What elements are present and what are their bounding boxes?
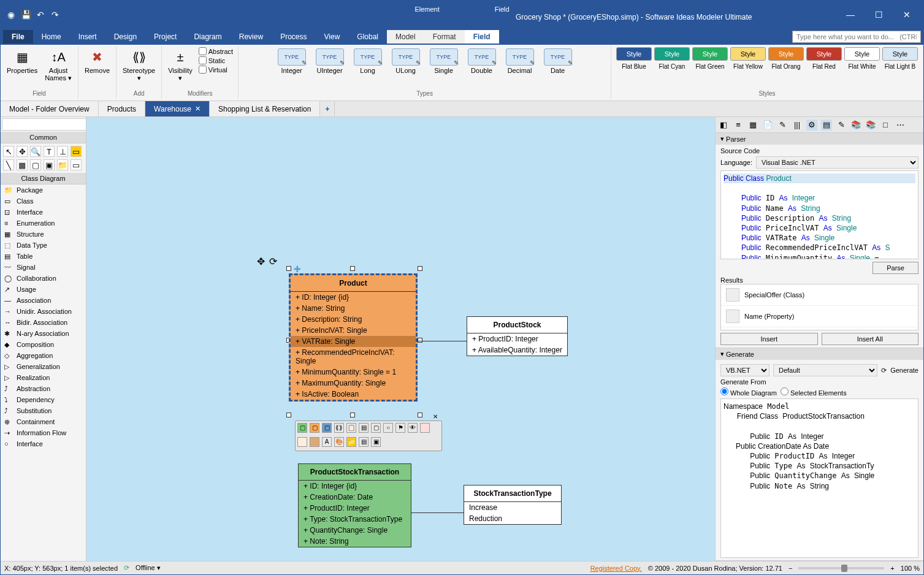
- rt-icon[interactable]: ▦: [747, 120, 758, 131]
- tab-shopping[interactable]: Shopping List & Reservation: [210, 101, 320, 116]
- attr[interactable]: + AvailableQuantity: Integer: [467, 345, 567, 356]
- toolbox-item[interactable]: ⊡Interface: [1, 207, 86, 218]
- toolbox-item[interactable]: ▤Table: [1, 251, 86, 262]
- connector-icon[interactable]: ⊥: [57, 146, 68, 157]
- zoom-level[interactable]: 100 %: [901, 565, 920, 572]
- attr[interactable]: + ProductID: Integer: [299, 503, 411, 514]
- menu-file[interactable]: File: [3, 30, 33, 44]
- type-uinteger[interactable]: TYPEUInteger: [313, 47, 346, 75]
- rt-icon[interactable]: ≡: [733, 120, 744, 131]
- toolbox-item[interactable]: ▦Structure: [1, 229, 86, 240]
- menu-format[interactable]: Format: [424, 30, 465, 44]
- toolbox-item[interactable]: ▭Class: [1, 196, 86, 207]
- tab-products[interactable]: Products: [99, 101, 145, 116]
- ft-icon[interactable]: ▤: [359, 437, 368, 447]
- toolbox-item[interactable]: —Association: [1, 295, 86, 306]
- insert-all-button[interactable]: Insert All: [822, 333, 919, 345]
- gen-language-select[interactable]: VB.NET: [720, 364, 769, 376]
- ft-icon[interactable]: 🎨: [334, 437, 344, 447]
- result-item[interactable]: Name (Property): [721, 306, 918, 327]
- rotate-handle-icon[interactable]: ⟳: [269, 256, 277, 267]
- toolbox-search-input[interactable]: [2, 118, 86, 131]
- selected-elements-radio[interactable]: Selected Elements: [781, 387, 847, 397]
- generate-button[interactable]: Generate: [890, 367, 918, 374]
- sync-icon[interactable]: ⟳: [124, 564, 129, 572]
- rt-icon[interactable]: 📚: [865, 120, 876, 131]
- ft-color[interactable]: [310, 437, 319, 447]
- properties-button[interactable]: ▦ Properties: [6, 47, 39, 75]
- attr[interactable]: + MaximumQuantity: Single: [291, 378, 416, 389]
- attr[interactable]: + IsActive: Boolean: [291, 389, 416, 400]
- menu-global[interactable]: Global: [348, 30, 387, 44]
- toolbox-item[interactable]: ↗Usage: [1, 284, 86, 295]
- attr[interactable]: + RecommendedPriceInclVAT: Single: [291, 347, 416, 367]
- adjust-names-button[interactable]: ↕A Adjust Names ▾: [44, 47, 73, 83]
- toolbox-item[interactable]: ◇Aggregation: [1, 350, 86, 361]
- frame-icon[interactable]: ▭: [71, 159, 82, 170]
- menu-review[interactable]: Review: [231, 30, 272, 44]
- type-integer[interactable]: TYPEInteger: [275, 47, 308, 75]
- rt-icon[interactable]: ✎: [836, 120, 847, 131]
- attr[interactable]: + Description: String: [291, 314, 416, 325]
- attr[interactable]: + ID: Integer {id}: [291, 292, 416, 303]
- toolbox-item[interactable]: ⤴Substitution: [1, 405, 86, 416]
- close-button[interactable]: ✕: [893, 6, 921, 24]
- menu-process[interactable]: Process: [272, 30, 315, 44]
- refresh-icon[interactable]: ⟳: [881, 367, 887, 375]
- toolbox-item[interactable]: ▷Generalization: [1, 361, 86, 372]
- minimize-button[interactable]: —: [836, 6, 865, 24]
- move-icon[interactable]: ✥: [17, 146, 28, 157]
- static-checkbox[interactable]: Static: [199, 56, 233, 64]
- close-icon[interactable]: ✕: [195, 105, 200, 113]
- ft-icon[interactable]: ▢: [297, 423, 307, 433]
- toolbox-item[interactable]: 〰Signal: [1, 262, 86, 273]
- parser-source-code[interactable]: Public Class Product Public ID As Intege…: [720, 170, 918, 259]
- rt-icon[interactable]: ⋯: [895, 120, 906, 131]
- remove-button[interactable]: ✖ Remove: [83, 47, 111, 75]
- type-ulong[interactable]: TYPEULong: [389, 47, 422, 75]
- add-handle-icon[interactable]: ✥: [257, 256, 265, 267]
- ft-icon[interactable]: ▢: [322, 423, 332, 433]
- style-flat-orange[interactable]: Style: [768, 47, 804, 61]
- folder-tool-icon[interactable]: 📁: [57, 159, 68, 170]
- zoom-slider[interactable]: [798, 567, 884, 569]
- toolbox-item[interactable]: ◯Collaboration: [1, 273, 86, 284]
- collapse-icon[interactable]: ▾: [720, 350, 724, 358]
- uml-class-product[interactable]: Product + ID: Integer {id} + Name: Strin…: [289, 273, 418, 402]
- style-flat-white[interactable]: Style: [844, 47, 880, 61]
- uml-enum-transaction-type[interactable]: StockTransactionType Increase Reduction: [464, 485, 562, 525]
- rt-icon[interactable]: □: [880, 120, 891, 131]
- type-date[interactable]: TYPEDate: [541, 47, 575, 75]
- grid-icon[interactable]: ▦: [17, 159, 28, 170]
- attr[interactable]: + Type: StockTransactionType: [299, 514, 411, 525]
- rt-icon[interactable]: ✎: [777, 120, 788, 131]
- offline-status[interactable]: Offline ▾: [136, 564, 161, 572]
- type-decimal[interactable]: TYPEDecimal: [503, 47, 536, 75]
- box-icon[interactable]: ▢: [30, 159, 41, 170]
- style-flat-yellow[interactable]: Style: [730, 47, 766, 61]
- attr-selected[interactable]: + VATRate: Single: [291, 336, 416, 347]
- rect-icon[interactable]: ▭: [71, 146, 82, 157]
- whole-diagram-radio[interactable]: Whole Diagram: [720, 387, 777, 397]
- ft-icon[interactable]: ▢: [371, 423, 381, 433]
- maximize-button[interactable]: ☐: [865, 6, 893, 24]
- toolbox-item[interactable]: ≡Enumeration: [1, 218, 86, 229]
- result-item[interactable]: SpecialOffer (Class): [721, 284, 918, 306]
- stereotype-button[interactable]: ⟪⟫ Stereotype ▾: [121, 47, 156, 83]
- rt-icon[interactable]: ▤: [821, 120, 832, 131]
- toolbox-item[interactable]: 📁Package: [1, 185, 86, 196]
- generated-code[interactable]: Namespace Model Friend Class ProductStoc…: [720, 398, 918, 558]
- redo-icon[interactable]: ↷: [50, 9, 61, 20]
- virtual-checkbox[interactable]: Virtual: [199, 66, 233, 74]
- toolbox-item[interactable]: ⇢Information Flow: [1, 427, 86, 438]
- uml-class-product-stock[interactable]: ProductStock + ProductID: Integer + Avai…: [467, 316, 568, 356]
- image-icon[interactable]: ▣: [44, 159, 55, 170]
- style-flat-green[interactable]: Style: [692, 47, 728, 61]
- close-icon[interactable]: ✕: [430, 413, 440, 422]
- ft-icon[interactable]: ⚑: [395, 423, 405, 433]
- ft-icon[interactable]: 📋: [346, 423, 356, 433]
- tab-overview[interactable]: Model - Folder Overview: [1, 101, 99, 116]
- style-flat-cyan[interactable]: Style: [654, 47, 690, 61]
- menu-model[interactable]: Model: [387, 30, 424, 44]
- text-icon[interactable]: T: [44, 146, 55, 157]
